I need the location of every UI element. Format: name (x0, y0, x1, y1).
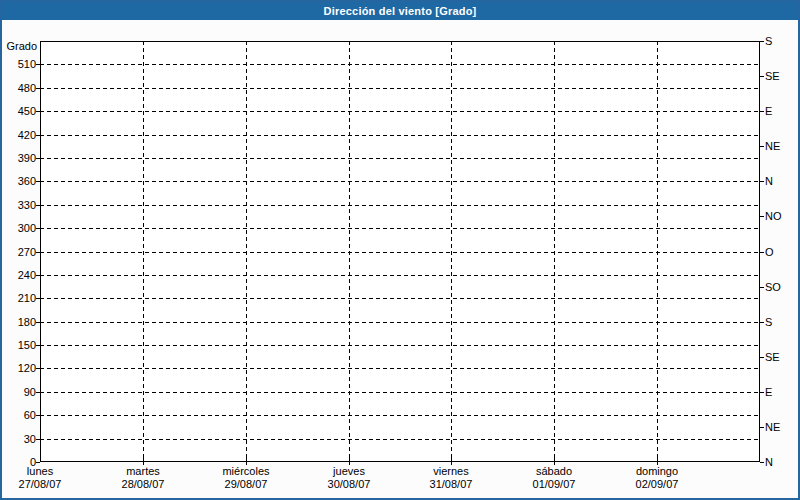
compass-tick-label: SE (765, 350, 795, 364)
compass-tick-label: NE (765, 420, 795, 434)
plot-grid-svg (40, 41, 760, 462)
compass-tick-label: NO (765, 209, 795, 223)
y-axis-tick-label: 120 (2, 361, 36, 375)
plot-border (41, 42, 760, 462)
x-axis-day-label: martes28/08/07 (91, 465, 195, 491)
x-axis-day-label: miércoles29/08/07 (194, 465, 298, 491)
y-axis-tick-label: 360 (2, 174, 36, 188)
y-axis-title: Grado (4, 39, 37, 53)
compass-tick-label: S (765, 315, 795, 329)
day-date: 29/08/07 (194, 478, 298, 491)
day-name: domingo (605, 465, 709, 478)
day-name: miércoles (194, 465, 298, 478)
y-axis-tick-label: 150 (2, 338, 36, 352)
x-axis-day-label: lunes27/08/07 (0, 465, 92, 491)
compass-tick-label: SE (765, 69, 795, 83)
y-axis-tick-label: 90 (2, 385, 36, 399)
y-axis-tick-label: 180 (2, 315, 36, 329)
x-axis-day-label: viernes31/08/07 (399, 465, 503, 491)
y-axis-tick-label: 60 (2, 408, 36, 422)
y-axis-tick-label: 300 (2, 221, 36, 235)
y-axis-tick-label: 210 (2, 291, 36, 305)
compass-tick-label: N (765, 174, 795, 188)
chart-title: Dirección del viento [Grado] (324, 5, 477, 17)
y-axis-tick-label: 240 (2, 268, 36, 282)
day-name: viernes (399, 465, 503, 478)
y-axis-tick-label: 420 (2, 128, 36, 142)
day-date: 27/08/07 (0, 478, 92, 491)
y-axis-tick-label: 510 (2, 57, 36, 71)
chart-window: Dirección del viento [Grado] Grado 03060… (0, 0, 800, 500)
day-name: lunes (0, 465, 92, 478)
day-date: 01/09/07 (502, 478, 606, 491)
x-axis-day-label: domingo02/09/07 (605, 465, 709, 491)
day-name: sábado (502, 465, 606, 478)
x-axis-day-label: sábado01/09/07 (502, 465, 606, 491)
y-axis-tick-label: 480 (2, 81, 36, 95)
chart-title-bar: Dirección del viento [Grado] (2, 2, 798, 20)
day-date: 28/08/07 (91, 478, 195, 491)
compass-tick-label: S (765, 34, 795, 48)
compass-tick-label: N (765, 455, 795, 469)
compass-tick-label: E (765, 104, 795, 118)
day-name: martes (91, 465, 195, 478)
y-axis-tick-label: 390 (2, 151, 36, 165)
y-axis-tick-label: 30 (2, 432, 36, 446)
compass-tick-label: NE (765, 139, 795, 153)
compass-tick-label: SO (765, 280, 795, 294)
day-name: jueves (297, 465, 401, 478)
day-date: 31/08/07 (399, 478, 503, 491)
y-axis-tick-label: 450 (2, 104, 36, 118)
day-date: 02/09/07 (605, 478, 709, 491)
y-axis-tick-label: 330 (2, 198, 36, 212)
day-date: 30/08/07 (297, 478, 401, 491)
compass-tick-label: E (765, 385, 795, 399)
compass-tick-label: O (765, 245, 795, 259)
y-axis-tick-label: 270 (2, 245, 36, 259)
x-axis-day-label: jueves30/08/07 (297, 465, 401, 491)
